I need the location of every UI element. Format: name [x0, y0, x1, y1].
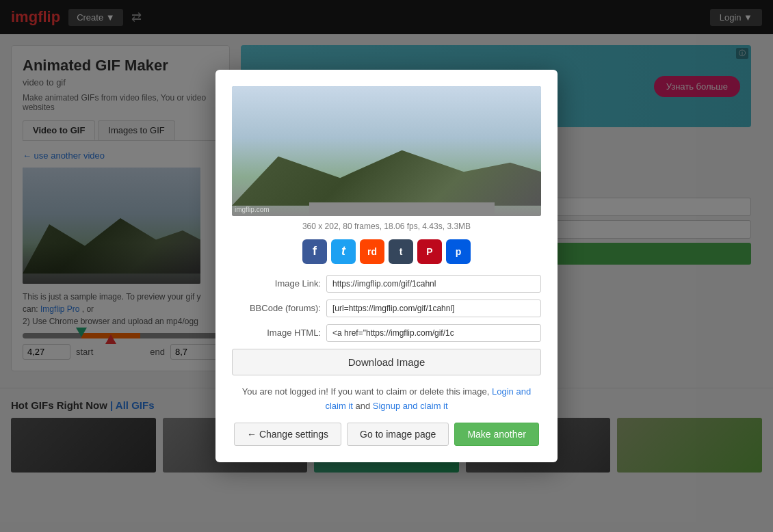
image-link-row: Image Link: [232, 275, 541, 293]
gif-info: 360 x 202, 80 frames, 18.06 fps, 4.43s, … [232, 222, 541, 231]
bbcode-row: BBCode (forums): [232, 300, 541, 317]
bbcode-label: BBCode (forums): [232, 303, 321, 313]
signup-claim-link[interactable]: Signup and claim it [373, 401, 448, 411]
social-icons: f t rd t P p [232, 239, 541, 264]
reddit-share-button[interactable]: rd [360, 239, 384, 264]
pixiv-share-button[interactable]: p [446, 239, 471, 264]
html-label: Image HTML: [232, 328, 321, 338]
go-to-image-button[interactable]: Go to image page [347, 423, 449, 446]
modal-road [309, 202, 495, 216]
twitter-share-button[interactable]: t [331, 239, 356, 264]
bbcode-input[interactable] [326, 300, 541, 317]
image-link-input[interactable] [326, 275, 541, 293]
change-settings-button[interactable]: ← Change settings [234, 423, 341, 446]
modal-watermark: imgflip.com [235, 206, 270, 213]
modal-dialog: imgflip.com 360 x 202, 80 frames, 18.06 … [215, 70, 558, 463]
html-input[interactable] [326, 324, 541, 342]
pinterest-share-button[interactable]: P [417, 239, 442, 264]
facebook-share-button[interactable]: f [302, 239, 327, 264]
tumblr-share-button[interactable]: t [389, 239, 413, 264]
not-logged-text: You are not logged in! If you want to cl… [232, 385, 541, 414]
download-image-button[interactable]: Download Image [232, 349, 541, 375]
modal-overlay[interactable]: imgflip.com 360 x 202, 80 frames, 18.06 … [0, 0, 773, 483]
image-link-label: Image Link: [232, 278, 321, 289]
modal-actions: ← Change settings Go to image page Make … [232, 423, 541, 446]
html-row: Image HTML: [232, 324, 541, 342]
make-another-button[interactable]: Make another [454, 423, 539, 446]
modal-gif-preview: imgflip.com [232, 86, 541, 216]
and-text: and [355, 401, 370, 411]
